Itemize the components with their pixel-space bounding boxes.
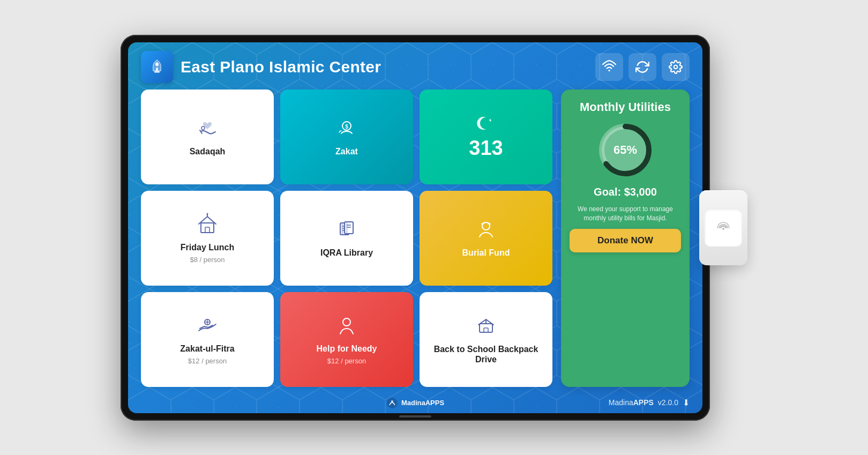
svg-point-2: [608, 69, 610, 71]
card-back-to-school[interactable]: Back to School Backpack Drive: [420, 292, 552, 387]
svg-rect-8: [201, 223, 214, 233]
logo: [141, 51, 173, 83]
sadaqah-title: Sadaqah: [190, 146, 226, 156]
friday-lunch-title: Friday Lunch: [181, 242, 234, 252]
card-help-for-needy[interactable]: Help for Needy $12 / person: [280, 292, 413, 387]
header: East Plano Islamic Center: [128, 42, 702, 89]
tablet-device: East Plano Islamic Center: [121, 35, 710, 421]
burial-fund-title: Burial Fund: [462, 248, 510, 258]
donate-now-button[interactable]: Donate NOW: [570, 229, 681, 252]
widget-title: Monthly Utilities: [580, 100, 671, 114]
svg-text:$: $: [345, 124, 348, 130]
svg-point-29: [387, 398, 398, 408]
back-to-school-title: Back to School Backpack Drive: [425, 344, 547, 364]
footer-right: MadinaAPPS v2.0.0 ⬇: [609, 398, 690, 408]
svg-rect-9: [205, 227, 209, 233]
svg-rect-17: [346, 222, 348, 234]
card-zakat[interactable]: $ Zakat: [280, 89, 413, 184]
person-hat-icon: [474, 218, 498, 244]
help-for-needy-title: Help for Needy: [317, 344, 377, 354]
school-icon: [474, 314, 498, 341]
header-icons: [595, 53, 690, 81]
book-icon: [335, 218, 358, 244]
footer-brand: MadinaAPPS: [609, 398, 654, 407]
iqra-library-title: IQRA Library: [320, 248, 373, 258]
download-icon[interactable]: ⬇: [683, 398, 690, 408]
wifi-button[interactable]: [595, 53, 623, 81]
card-sadaqah[interactable]: Sadaqah: [141, 89, 274, 184]
svg-point-10: [207, 213, 208, 214]
svg-marker-7: [489, 118, 491, 122]
svg-point-31: [722, 228, 724, 230]
progress-circle: 65%: [596, 121, 655, 180]
bottom-bar: [399, 415, 431, 417]
heart-hand-icon: [196, 116, 219, 143]
zakat-coin-icon: $: [335, 116, 358, 143]
person-circle-icon: [335, 314, 358, 340]
svg-point-30: [391, 400, 393, 402]
progress-percent: 65%: [596, 121, 655, 180]
donation-grid: Sadaqah $ Zakat: [141, 89, 552, 387]
goal-label: Goal: $3,000: [594, 186, 657, 198]
monthly-utilities-widget: Monthly Utilities 65% Goal: $3,000 We ne…: [561, 89, 690, 387]
svg-point-22: [343, 318, 350, 326]
footer-brand-center: MadinaAPPS: [401, 399, 444, 407]
svg-point-0: [155, 63, 159, 66]
building-icon: [196, 212, 219, 239]
main-content: Sadaqah $ Zakat: [128, 89, 702, 394]
nfc-reader: [705, 209, 742, 247]
zakat-ul-fitra-title: Zakat-ul-Fitra: [180, 344, 234, 354]
card-zakat-ul-fitra[interactable]: Zakat-ul-Fitra $12 / person: [141, 292, 274, 387]
zakat-ul-fitra-sub: $12 / person: [188, 357, 227, 365]
footer-version: v2.0.0: [658, 398, 678, 407]
refresh-button[interactable]: [628, 53, 656, 81]
svg-rect-1: [156, 68, 158, 71]
hand-giving-icon: [196, 314, 219, 340]
help-for-needy-sub: $12 / person: [327, 357, 366, 365]
goal-description: We need your support to manage monthly u…: [570, 205, 681, 223]
org-name: East Plano Islamic Center: [181, 58, 381, 76]
friday-lunch-sub: $8 / person: [190, 256, 225, 264]
card-313[interactable]: 313: [420, 89, 552, 184]
settings-button[interactable]: [662, 53, 690, 81]
svg-rect-12: [341, 223, 343, 235]
svg-point-4: [201, 126, 205, 130]
card-burial-fund[interactable]: Burial Fund: [420, 191, 552, 286]
313-number: 313: [469, 137, 503, 160]
card-iqra-library[interactable]: IQRA Library: [280, 191, 413, 286]
header-left: East Plano Islamic Center: [141, 51, 381, 83]
crescent-icon: [474, 114, 498, 133]
zakat-title: Zakat: [335, 146, 358, 156]
svg-rect-24: [484, 328, 488, 332]
svg-point-3: [674, 65, 678, 69]
screen: East Plano Islamic Center: [128, 42, 702, 413]
card-friday-lunch[interactable]: Friday Lunch $8 / person: [141, 191, 274, 286]
card-reader: [699, 190, 747, 265]
